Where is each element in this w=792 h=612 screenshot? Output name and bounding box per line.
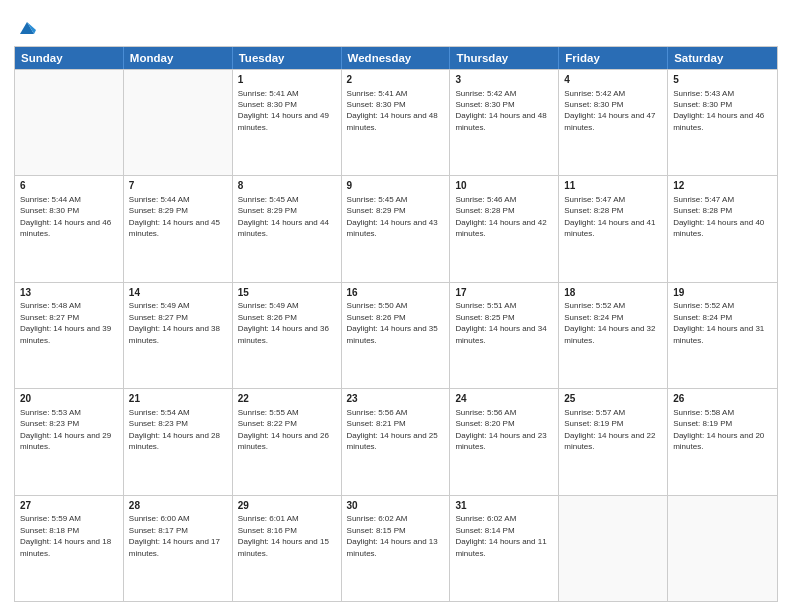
calendar-cell: 14Sunrise: 5:49 AMSunset: 8:27 PMDayligh… [124,283,233,388]
day-number: 3 [455,73,553,87]
day-number: 17 [455,286,553,300]
calendar-cell [668,496,777,601]
day-number: 30 [347,499,445,513]
calendar-cell: 27Sunrise: 5:59 AMSunset: 8:18 PMDayligh… [15,496,124,601]
day-number: 28 [129,499,227,513]
day-number: 2 [347,73,445,87]
day-number: 12 [673,179,772,193]
cell-text: Sunrise: 5:54 AMSunset: 8:23 PMDaylight:… [129,408,220,451]
calendar-cell: 21Sunrise: 5:54 AMSunset: 8:23 PMDayligh… [124,389,233,494]
calendar-cell: 13Sunrise: 5:48 AMSunset: 8:27 PMDayligh… [15,283,124,388]
calendar-header-row: SundayMondayTuesdayWednesdayThursdayFrid… [15,47,777,69]
cell-text: Sunrise: 5:47 AMSunset: 8:28 PMDaylight:… [564,195,655,238]
calendar-week-5: 27Sunrise: 5:59 AMSunset: 8:18 PMDayligh… [15,495,777,601]
cell-text: Sunrise: 5:56 AMSunset: 8:21 PMDaylight:… [347,408,438,451]
day-number: 14 [129,286,227,300]
header [14,12,778,38]
cell-text: Sunrise: 6:01 AMSunset: 8:16 PMDaylight:… [238,514,329,557]
calendar-week-4: 20Sunrise: 5:53 AMSunset: 8:23 PMDayligh… [15,388,777,494]
calendar-cell: 11Sunrise: 5:47 AMSunset: 8:28 PMDayligh… [559,176,668,281]
calendar-cell: 8Sunrise: 5:45 AMSunset: 8:29 PMDaylight… [233,176,342,281]
cell-text: Sunrise: 5:44 AMSunset: 8:30 PMDaylight:… [20,195,111,238]
calendar-cell: 6Sunrise: 5:44 AMSunset: 8:30 PMDaylight… [15,176,124,281]
day-number: 8 [238,179,336,193]
calendar-cell: 17Sunrise: 5:51 AMSunset: 8:25 PMDayligh… [450,283,559,388]
day-number: 11 [564,179,662,193]
calendar-cell: 9Sunrise: 5:45 AMSunset: 8:29 PMDaylight… [342,176,451,281]
cell-text: Sunrise: 5:48 AMSunset: 8:27 PMDaylight:… [20,301,111,344]
day-number: 6 [20,179,118,193]
cell-text: Sunrise: 5:46 AMSunset: 8:28 PMDaylight:… [455,195,546,238]
calendar-cell [124,70,233,175]
calendar-cell: 16Sunrise: 5:50 AMSunset: 8:26 PMDayligh… [342,283,451,388]
calendar-cell [15,70,124,175]
cell-text: Sunrise: 5:53 AMSunset: 8:23 PMDaylight:… [20,408,111,451]
calendar-header-friday: Friday [559,47,668,69]
calendar-week-2: 6Sunrise: 5:44 AMSunset: 8:30 PMDaylight… [15,175,777,281]
calendar-cell: 31Sunrise: 6:02 AMSunset: 8:14 PMDayligh… [450,496,559,601]
calendar-cell: 12Sunrise: 5:47 AMSunset: 8:28 PMDayligh… [668,176,777,281]
day-number: 25 [564,392,662,406]
day-number: 18 [564,286,662,300]
day-number: 22 [238,392,336,406]
calendar-header-saturday: Saturday [668,47,777,69]
cell-text: Sunrise: 5:58 AMSunset: 8:19 PMDaylight:… [673,408,764,451]
calendar-cell: 29Sunrise: 6:01 AMSunset: 8:16 PMDayligh… [233,496,342,601]
calendar-week-3: 13Sunrise: 5:48 AMSunset: 8:27 PMDayligh… [15,282,777,388]
calendar: SundayMondayTuesdayWednesdayThursdayFrid… [14,46,778,602]
calendar-cell: 2Sunrise: 5:41 AMSunset: 8:30 PMDaylight… [342,70,451,175]
calendar-cell: 23Sunrise: 5:56 AMSunset: 8:21 PMDayligh… [342,389,451,494]
cell-text: Sunrise: 5:45 AMSunset: 8:29 PMDaylight:… [347,195,438,238]
cell-text: Sunrise: 5:51 AMSunset: 8:25 PMDaylight:… [455,301,546,344]
calendar-cell [559,496,668,601]
cell-text: Sunrise: 5:50 AMSunset: 8:26 PMDaylight:… [347,301,438,344]
calendar-body: 1Sunrise: 5:41 AMSunset: 8:30 PMDaylight… [15,69,777,601]
cell-text: Sunrise: 5:47 AMSunset: 8:28 PMDaylight:… [673,195,764,238]
calendar-cell: 4Sunrise: 5:42 AMSunset: 8:30 PMDaylight… [559,70,668,175]
day-number: 29 [238,499,336,513]
cell-text: Sunrise: 5:42 AMSunset: 8:30 PMDaylight:… [455,89,546,132]
cell-text: Sunrise: 5:49 AMSunset: 8:27 PMDaylight:… [129,301,220,344]
day-number: 23 [347,392,445,406]
cell-text: Sunrise: 5:43 AMSunset: 8:30 PMDaylight:… [673,89,764,132]
cell-text: Sunrise: 5:49 AMSunset: 8:26 PMDaylight:… [238,301,329,344]
cell-text: Sunrise: 6:02 AMSunset: 8:15 PMDaylight:… [347,514,438,557]
cell-text: Sunrise: 5:42 AMSunset: 8:30 PMDaylight:… [564,89,655,132]
calendar-cell: 26Sunrise: 5:58 AMSunset: 8:19 PMDayligh… [668,389,777,494]
calendar-cell: 22Sunrise: 5:55 AMSunset: 8:22 PMDayligh… [233,389,342,494]
calendar-cell: 30Sunrise: 6:02 AMSunset: 8:15 PMDayligh… [342,496,451,601]
cell-text: Sunrise: 5:41 AMSunset: 8:30 PMDaylight:… [347,89,438,132]
cell-text: Sunrise: 5:52 AMSunset: 8:24 PMDaylight:… [564,301,655,344]
calendar-cell: 18Sunrise: 5:52 AMSunset: 8:24 PMDayligh… [559,283,668,388]
day-number: 16 [347,286,445,300]
day-number: 13 [20,286,118,300]
calendar-header-thursday: Thursday [450,47,559,69]
day-number: 5 [673,73,772,87]
day-number: 21 [129,392,227,406]
calendar-cell: 20Sunrise: 5:53 AMSunset: 8:23 PMDayligh… [15,389,124,494]
calendar-cell: 5Sunrise: 5:43 AMSunset: 8:30 PMDaylight… [668,70,777,175]
calendar-cell: 19Sunrise: 5:52 AMSunset: 8:24 PMDayligh… [668,283,777,388]
calendar-cell: 1Sunrise: 5:41 AMSunset: 8:30 PMDaylight… [233,70,342,175]
cell-text: Sunrise: 5:59 AMSunset: 8:18 PMDaylight:… [20,514,111,557]
day-number: 31 [455,499,553,513]
calendar-cell: 7Sunrise: 5:44 AMSunset: 8:29 PMDaylight… [124,176,233,281]
cell-text: Sunrise: 5:52 AMSunset: 8:24 PMDaylight:… [673,301,764,344]
day-number: 7 [129,179,227,193]
day-number: 15 [238,286,336,300]
calendar-header-sunday: Sunday [15,47,124,69]
day-number: 27 [20,499,118,513]
calendar-cell: 3Sunrise: 5:42 AMSunset: 8:30 PMDaylight… [450,70,559,175]
day-number: 10 [455,179,553,193]
day-number: 9 [347,179,445,193]
cell-text: Sunrise: 5:57 AMSunset: 8:19 PMDaylight:… [564,408,655,451]
cell-text: Sunrise: 6:02 AMSunset: 8:14 PMDaylight:… [455,514,546,557]
calendar-header-wednesday: Wednesday [342,47,451,69]
logo [14,16,38,38]
calendar-cell: 25Sunrise: 5:57 AMSunset: 8:19 PMDayligh… [559,389,668,494]
calendar-week-1: 1Sunrise: 5:41 AMSunset: 8:30 PMDaylight… [15,69,777,175]
cell-text: Sunrise: 5:55 AMSunset: 8:22 PMDaylight:… [238,408,329,451]
calendar-cell: 10Sunrise: 5:46 AMSunset: 8:28 PMDayligh… [450,176,559,281]
day-number: 1 [238,73,336,87]
cell-text: Sunrise: 5:45 AMSunset: 8:29 PMDaylight:… [238,195,329,238]
